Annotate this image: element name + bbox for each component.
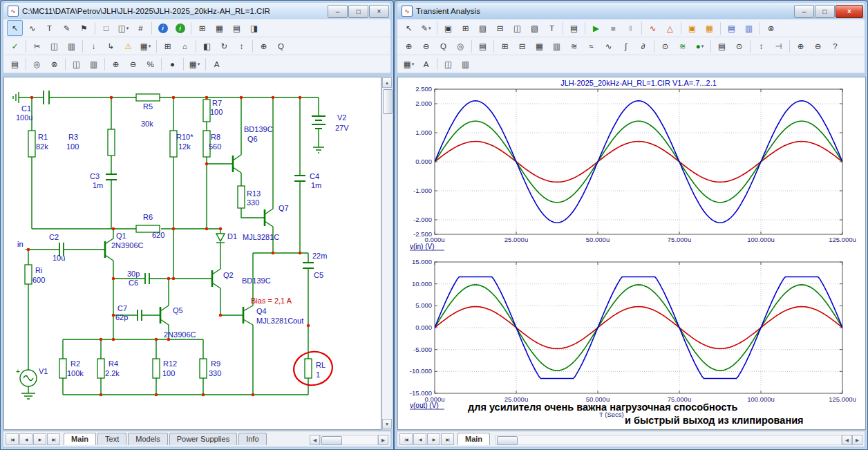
close-button[interactable]: × <box>836 5 863 18</box>
font-icon[interactable]: A <box>209 56 225 72</box>
navigate-down-icon[interactable]: ◎ <box>29 56 45 72</box>
vertical-axis-icon[interactable]: ⊟ <box>514 38 530 54</box>
scroll-right-button[interactable]: ▶ <box>852 435 862 445</box>
find-part-icon[interactable]: Q <box>273 38 289 54</box>
normalize-icon[interactable]: ↕ <box>753 38 769 54</box>
zoom-in-icon[interactable]: ⊕ <box>108 56 124 72</box>
paste-page-icon[interactable]: ▥ <box>86 56 102 72</box>
copy-page-icon[interactable]: ◫ <box>440 56 456 72</box>
info-icon[interactable]: i <box>155 20 171 36</box>
peak-icon[interactable]: △ <box>662 20 678 36</box>
tab-models[interactable]: Models <box>128 433 167 445</box>
mirror-icon[interactable]: ◧ <box>199 38 215 54</box>
zoom-percent-icon[interactable]: % <box>142 56 158 72</box>
tab-power-supplies[interactable]: Power Supplies <box>169 433 237 445</box>
cut-icon[interactable]: ✂ <box>29 38 45 54</box>
magnify-out-icon[interactable]: ⊖ <box>810 38 826 54</box>
waveform-expression-label[interactable]: v(in) (V) <box>410 243 435 250</box>
slope-icon[interactable]: ∿ <box>645 20 661 36</box>
zoom-fit-icon[interactable]: ◎ <box>453 38 469 54</box>
new-page-icon[interactable]: ⊞ <box>160 38 176 54</box>
step-out-icon[interactable]: ↳ <box>103 38 119 54</box>
minimize-button[interactable]: – <box>794 5 814 18</box>
text-tool[interactable]: T <box>544 20 560 36</box>
next-page-button[interactable]: ▶ <box>33 433 46 445</box>
first-page-button[interactable]: |◀ <box>399 433 413 445</box>
run-button[interactable]: ▶ <box>588 20 604 36</box>
warning-icon[interactable]: ⚠ <box>120 38 136 54</box>
properties-icon[interactable]: ▤ <box>566 20 582 36</box>
zoom-out-icon[interactable]: ⊖ <box>418 38 434 54</box>
integral-icon[interactable]: ∫ <box>618 38 634 54</box>
last-page-button[interactable]: ▶| <box>441 433 454 445</box>
horizontal-axis-icon[interactable]: ⊞ <box>497 38 513 54</box>
point-tag-icon[interactable]: ▨ <box>475 20 491 36</box>
vertical-tag-icon[interactable]: ◫ <box>509 20 525 36</box>
rotate-icon[interactable]: ↻ <box>216 38 232 54</box>
flag-tool[interactable]: ⚑ <box>76 20 92 36</box>
stop-button[interactable]: ■ <box>605 20 621 36</box>
flip-icon[interactable]: ↕ <box>234 38 249 54</box>
copy-icon[interactable]: ◫ <box>46 38 62 54</box>
next-page-button[interactable]: ▶ <box>427 433 440 445</box>
analysis-titlebar[interactable]: ∿ Transient Analysis – □ × <box>397 3 865 19</box>
tab-main[interactable]: Main <box>64 433 96 445</box>
minimize-button[interactable]: – <box>328 5 348 18</box>
log-x-icon[interactable]: ≋ <box>566 38 582 54</box>
derivative-icon[interactable]: ∂ <box>635 38 651 54</box>
graphics-tool[interactable]: ✎ <box>59 20 75 36</box>
schematic-titlebar[interactable]: ∿ C:\MC11\DATA\Petrov\JLH\JLH-2025\JLH-2… <box>3 3 390 19</box>
copy-page-icon[interactable]: ◫ <box>68 56 84 72</box>
scale-mode-icon[interactable]: ▣ <box>440 20 456 36</box>
scroll-left-button[interactable]: ◀ <box>842 435 852 445</box>
component-picker[interactable]: ◫▾ <box>115 20 131 36</box>
waveform-expression-label[interactable]: v(out) (V) <box>410 402 439 409</box>
log-y-icon[interactable]: ≈ <box>583 38 599 54</box>
tag-icon[interactable]: ⊣ <box>771 38 786 54</box>
paste-icon[interactable]: ▥ <box>64 38 79 54</box>
help-icon[interactable]: i <box>172 20 188 36</box>
exit-analysis-icon[interactable]: ⊗ <box>763 20 779 36</box>
scroll-down-button[interactable]: ▼ <box>382 419 392 429</box>
horizontal-scrollbar-thumb[interactable] <box>497 436 518 445</box>
tab-info[interactable]: Info <box>238 433 266 445</box>
plot-properties-icon[interactable]: ▤ <box>475 38 491 54</box>
prev-page-button[interactable]: ◀ <box>413 433 426 445</box>
linear-x-icon[interactable]: ▦ <box>531 38 547 54</box>
view-dropdown[interactable]: ▦▾ <box>401 56 417 72</box>
zoom-in-icon[interactable]: ⊕ <box>401 38 417 54</box>
step-down-icon[interactable]: ↓ <box>86 38 102 54</box>
clock-icon[interactable]: ⊙ <box>731 38 747 54</box>
last-page-button[interactable]: ▶| <box>47 433 60 445</box>
new-sheet-icon[interactable]: ⊞ <box>194 20 210 36</box>
datasheet-icon[interactable]: ▦ <box>211 20 227 36</box>
first-page-button[interactable]: |◀ <box>6 433 19 445</box>
linear-y-icon[interactable]: ▥ <box>549 38 565 54</box>
waveform-buffer-icon[interactable]: ▥ <box>741 20 757 36</box>
close-page-icon[interactable]: ⊗ <box>46 56 62 72</box>
cursor-mode-icon[interactable]: ⊞ <box>457 20 473 36</box>
check-icon[interactable]: ✓ <box>7 38 23 54</box>
scroll-left-button[interactable]: ◀ <box>310 435 320 445</box>
pause-button[interactable]: ‖ <box>623 20 639 36</box>
vertical-scrollbar-thumb[interactable] <box>383 89 393 114</box>
watch-icon[interactable]: ▤ <box>714 38 730 54</box>
numeric-output-icon[interactable]: ▤ <box>724 20 739 36</box>
horizontal-tag-icon[interactable]: ⊟ <box>492 20 508 36</box>
graphics-dropdown[interactable]: ✎▾ <box>418 20 434 36</box>
horizontal-scrollbar[interactable]: ◀ ▶ <box>496 435 862 445</box>
view-dropdown[interactable]: ▦▾ <box>187 56 202 72</box>
horizontal-scrollbar-thumb[interactable] <box>321 436 342 445</box>
maximize-button[interactable]: □ <box>348 5 368 18</box>
performance-tag-icon[interactable]: ▧ <box>527 20 542 36</box>
tab-text[interactable]: Text <box>97 433 126 445</box>
help-icon[interactable]: ? <box>827 38 843 54</box>
data-frame-icon[interactable]: ▣ <box>684 20 700 36</box>
animate-icon[interactable]: ≋ <box>674 38 690 54</box>
fft-icon[interactable]: ∿ <box>601 38 616 54</box>
scroll-right-button[interactable]: ▶ <box>378 435 388 445</box>
print-preview-icon[interactable]: ◨ <box>246 20 262 36</box>
font-icon[interactable]: A <box>418 56 434 72</box>
vertical-scrollbar[interactable]: ▲ ▼ <box>381 77 393 430</box>
tab-main[interactable]: Main <box>457 433 490 445</box>
